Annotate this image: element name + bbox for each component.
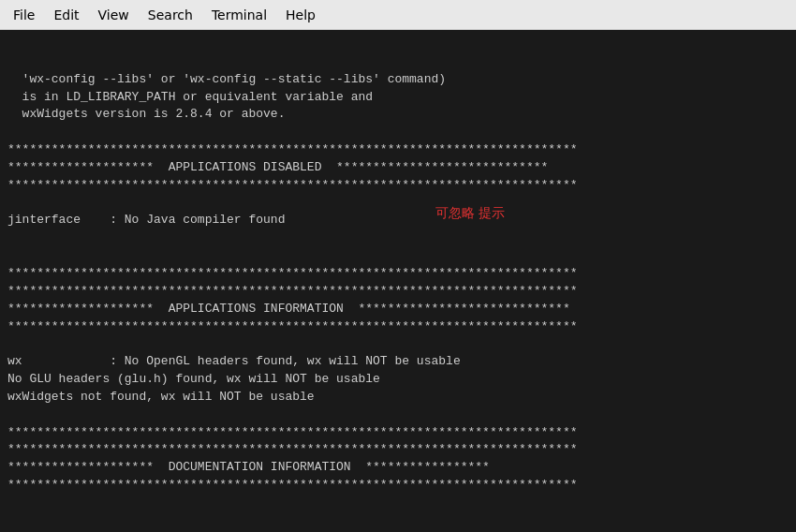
tooltip-text: 可忽略 提示: [435, 203, 505, 222]
terminal-line: jinterface : No Java compiler found: [7, 212, 789, 229]
terminal-line: wxWidgets not found, wx will NOT be usab…: [7, 389, 789, 406]
terminal-line: ******************** APPLICATIONS INFORM…: [7, 301, 789, 318]
terminal-line: ****************************************…: [7, 265, 789, 283]
terminal-line: ****************************************…: [7, 177, 789, 195]
menu-help[interactable]: Help: [276, 4, 325, 26]
terminal-output: 'wx-config --libs' or 'wx-config --stati…: [0, 30, 796, 532]
terminal-line: ****************************************…: [7, 318, 789, 336]
terminal-line: ******************** APPLICATIONS DISABL…: [7, 159, 789, 177]
menu-terminal[interactable]: Terminal: [202, 4, 276, 26]
terminal-line: [7, 124, 789, 141]
menu-file[interactable]: File: [4, 4, 44, 26]
terminal-line: No GLU headers (glu.h) found, wx will NO…: [7, 371, 789, 389]
menu-search[interactable]: Search: [139, 4, 202, 26]
terminal-line: [7, 406, 789, 424]
terminal-line: ****************************************…: [7, 477, 789, 495]
terminal-line: [7, 195, 789, 213]
terminal-line: ****************************************…: [7, 424, 789, 442]
terminal-line: [7, 335, 789, 353]
terminal-line: [7, 247, 789, 265]
terminal-line: wx : No OpenGL headers found, wx will NO…: [7, 353, 789, 371]
terminal-line: [7, 229, 789, 247]
menu-edit[interactable]: Edit: [44, 4, 88, 26]
terminal-line: 'wx-config --libs' or 'wx-config --stati…: [7, 71, 789, 89]
terminal-line: ****************************************…: [7, 283, 789, 301]
terminal-line: ******************** DOCUMENTATION INFOR…: [7, 459, 789, 477]
terminal-line: is in LD_LIBRARY_PATH or equivalent vari…: [7, 89, 789, 107]
terminal-line: ****************************************…: [7, 141, 789, 159]
terminal-line: wxWidgets version is 2.8.4 or above.: [7, 106, 789, 124]
terminal-text: 'wx-config --libs' or 'wx-config --stati…: [7, 71, 789, 495]
menu-view[interactable]: View: [89, 4, 139, 26]
menubar: File Edit View Search Terminal Help: [0, 0, 796, 30]
terminal-line: ****************************************…: [7, 441, 789, 459]
